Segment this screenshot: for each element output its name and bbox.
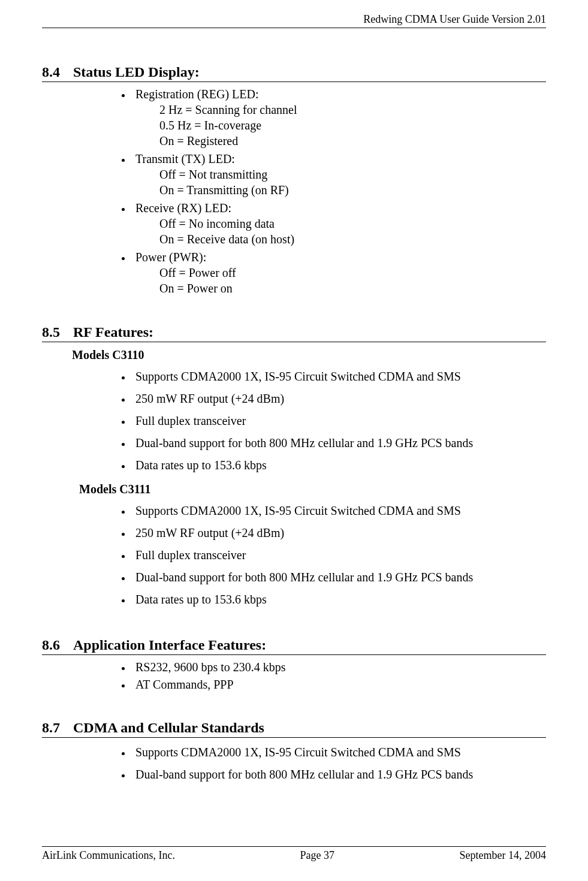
list-item: Full duplex transceiver: [132, 410, 546, 432]
section-title: Application Interface Features:: [73, 637, 266, 653]
list-item: Supports CDMA2000 1X, IS-95 Circuit Swit…: [132, 741, 546, 764]
sub-line: 0.5 Hz = In-coverage: [159, 118, 546, 133]
list-item: Receive (RX) LED: Off = No incoming data…: [132, 200, 546, 249]
section-heading-8-4: 8.4 Status LED Display:: [42, 64, 546, 82]
bullet-list: Supports CDMA2000 1X, IS-95 Circuit Swit…: [114, 500, 546, 611]
list-item: Registration (REG) LED: 2 Hz = Scanning …: [132, 86, 546, 150]
sub-line: On = Transmitting (on RF): [159, 183, 546, 198]
bullet-list: Supports CDMA2000 1X, IS-95 Circuit Swit…: [114, 366, 546, 476]
sub-line: Off = No incoming data: [159, 216, 546, 231]
list-item: AT Commands, PPP: [132, 676, 546, 693]
sub-line: On = Receive data (on host): [159, 232, 546, 247]
footer-center: Page 37: [300, 849, 334, 862]
footer-right: September 14, 2004: [460, 849, 546, 862]
section-heading-8-5: 8.5 RF Features:: [42, 324, 546, 342]
list-item: Transmit (TX) LED: Off = Not transmittin…: [132, 150, 546, 200]
item-label: Receive (RX) LED:: [135, 201, 231, 215]
model-heading-c3110: Models C3110: [72, 348, 546, 362]
list-item: Dual-band support for both 800 MHz cellu…: [132, 764, 546, 786]
item-label: Power (PWR):: [135, 251, 206, 264]
page-header: Redwing CDMA User Guide Version 2.01: [42, 13, 546, 28]
list-item: Supports CDMA2000 1X, IS-95 Circuit Swit…: [132, 500, 546, 522]
section-heading-8-7: 8.7 CDMA and Cellular Standards: [42, 720, 546, 738]
section-number: 8.6: [42, 637, 73, 653]
section-number: 8.5: [42, 324, 73, 340]
section-number: 8.7: [42, 720, 73, 736]
section-heading-8-6: 8.6 Application Interface Features:: [42, 637, 546, 655]
section-title: CDMA and Cellular Standards: [73, 720, 264, 736]
sub-line: 2 Hz = Scanning for channel: [159, 102, 546, 117]
list-item: Supports CDMA2000 1X, IS-95 Circuit Swit…: [132, 366, 546, 388]
bullet-list: Registration (REG) LED: 2 Hz = Scanning …: [114, 86, 546, 298]
list-item: Dual-band support for both 800 MHz cellu…: [132, 566, 546, 589]
page-footer: AirLink Communications, Inc. Page 37 Sep…: [42, 846, 546, 862]
item-label: Registration (REG) LED:: [135, 88, 259, 101]
section-number: 8.4: [42, 64, 73, 80]
list-item: Data rates up to 153.6 kbps: [132, 589, 546, 611]
list-item: Full duplex transceiver: [132, 544, 546, 566]
sub-line: On = Registered: [159, 134, 546, 149]
model-heading-c3111: Models C3111: [79, 482, 546, 496]
sub-line: Off = Not transmitting: [159, 167, 546, 182]
section-title: RF Features:: [73, 324, 153, 340]
list-item: RS232, 9600 bps to 230.4 kbps: [132, 659, 546, 676]
bullet-list: Supports CDMA2000 1X, IS-95 Circuit Swit…: [114, 741, 546, 786]
list-item: 250 mW RF output (+24 dBm): [132, 522, 546, 544]
section-title: Status LED Display:: [73, 64, 200, 80]
list-item: Dual-band support for both 800 MHz cellu…: [132, 432, 546, 454]
list-item: 250 mW RF output (+24 dBm): [132, 388, 546, 410]
list-item: Power (PWR): Off = Power off On = Power …: [132, 249, 546, 298]
sub-line: Off = Power off: [159, 265, 546, 280]
header-right-text: Redwing CDMA User Guide Version 2.01: [363, 13, 546, 25]
list-item: Data rates up to 153.6 kbps: [132, 454, 546, 476]
bullet-list: RS232, 9600 bps to 230.4 kbps AT Command…: [114, 659, 546, 693]
document-page: Redwing CDMA User Guide Version 2.01 8.4…: [0, 0, 588, 881]
item-label: Transmit (TX) LED:: [135, 152, 235, 165]
footer-left: AirLink Communications, Inc.: [42, 849, 175, 862]
sub-line: On = Power on: [159, 281, 546, 296]
